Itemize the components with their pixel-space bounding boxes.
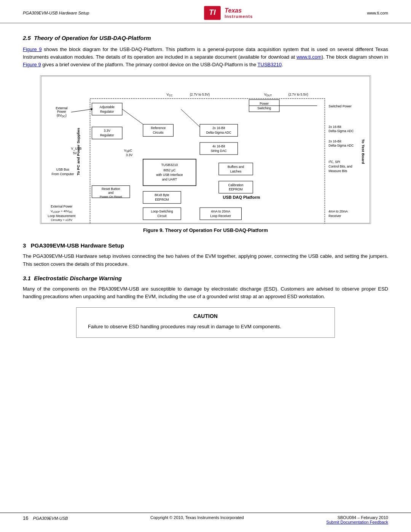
footer-doc-name: PGA309EVM-USB xyxy=(33,516,68,521)
footer-doc-id: SBOU084 – February 2010 xyxy=(326,515,388,520)
section-31-heading: 3.1 Electrostatic Discharge Warning xyxy=(23,275,388,281)
section-25-paragraph: Figure 9 shows the block diagram for the… xyxy=(23,46,388,69)
svg-text:5V: 5V xyxy=(73,151,77,155)
svg-text:Circuitry = ±15V: Circuitry = ±15V xyxy=(51,218,73,222)
svg-text:Reference: Reference xyxy=(151,126,166,130)
footer-center: Copyright © 2010, Texas Instruments Inco… xyxy=(150,515,244,520)
svg-text:(6VDC): (6VDC) xyxy=(57,114,67,118)
svg-text:Buffers and: Buffers and xyxy=(228,165,244,169)
svg-text:2x 16-Bit: 2x 16-Bit xyxy=(328,140,341,144)
section-31-text: Many of the components on the PBA309EVM-… xyxy=(23,286,388,299)
svg-text:Loop-Switching: Loop-Switching xyxy=(151,210,173,214)
svg-text:(2.7V to 5.5V): (2.7V to 5.5V) xyxy=(190,93,210,96)
svg-text:Regulator: Regulator xyxy=(100,110,114,113)
svg-text:USB Bus: USB Bus xyxy=(56,168,69,171)
ti-texas: Texas xyxy=(225,7,253,14)
svg-text:2x 16-Bit: 2x 16-Bit xyxy=(212,126,225,130)
svg-line-77 xyxy=(181,109,200,127)
svg-text:Regulator: Regulator xyxy=(100,134,114,137)
svg-text:Power: Power xyxy=(57,110,66,114)
svg-text:Latches: Latches xyxy=(230,169,242,173)
svg-text:4mA to 20mA: 4mA to 20mA xyxy=(328,210,348,214)
footer-copyright: Copyright © 2010, Texas Instruments Inco… xyxy=(150,515,244,520)
svg-text:and: and xyxy=(108,191,113,195)
ti-logo-icon: TI xyxy=(203,5,221,21)
svg-text:Loop Measurement: Loop Measurement xyxy=(48,214,76,218)
svg-text:Delta-Sigma ADC: Delta-Sigma ADC xyxy=(328,129,354,133)
header-left-text: PGA309EVM-USB Hardware Setup xyxy=(23,11,89,15)
svg-text:8052 µC: 8052 µC xyxy=(163,168,175,172)
block-diagram-svg: To PC and Power Supplies To Test Board E… xyxy=(40,75,371,224)
page-number: 16 xyxy=(23,515,28,521)
svg-rect-79 xyxy=(90,99,325,224)
svg-text:From Computer: From Computer xyxy=(51,172,74,176)
svg-text:VDUT: VDUT xyxy=(264,93,272,97)
svg-text:4mA to 20mA: 4mA to 20mA xyxy=(211,210,230,214)
svg-text:TI: TI xyxy=(209,8,216,16)
header: PGA309EVM-USB Hardware Setup TI Texas In… xyxy=(0,0,411,23)
main-content: 2.5 Theory of Operation for USB-DAQ-Plat… xyxy=(0,23,411,352)
svg-text:Power: Power xyxy=(260,102,269,105)
section-25-heading: 2.5 Theory of Operation for USB-DAQ-Plat… xyxy=(23,35,388,41)
footer: 16 PGA309EVM-USB Copyright © 2010, Texas… xyxy=(0,513,411,524)
caution-title-text: CAUTION xyxy=(193,313,218,319)
svg-text:with USB Interface: with USB Interface xyxy=(156,173,183,177)
svg-text:I2C, SPI: I2C, SPI xyxy=(328,160,340,164)
submit-feedback-link[interactable]: Submit Documentation Feedback xyxy=(326,520,388,524)
svg-text:8Kx8 Byte: 8Kx8 Byte xyxy=(155,193,169,197)
svg-text:EEPROM: EEPROM xyxy=(155,198,169,202)
svg-text:To Test Board: To Test Board xyxy=(361,139,365,164)
svg-text:VSµC: VSµC xyxy=(124,149,132,153)
ti-com-link[interactable]: www.ti.com xyxy=(296,54,322,60)
section-31-paragraph: Many of the components on the PBA309EVM-… xyxy=(23,285,388,300)
svg-text:External Power: External Power xyxy=(51,205,72,209)
svg-text:3.3V: 3.3V xyxy=(104,129,111,133)
svg-line-75 xyxy=(71,109,92,112)
section-3-number: 3 xyxy=(23,242,26,249)
svg-text:Control Bits, and: Control Bits, and xyxy=(328,165,352,168)
svg-text:Calibration: Calibration xyxy=(228,183,244,187)
page: PGA309EVM-USB Hardware Setup TI Texas In… xyxy=(0,0,411,532)
svg-text:Switching: Switching xyxy=(257,106,271,110)
header-doc-name: PGA309EVM-USB Hardware Setup xyxy=(23,11,89,15)
caution-title: CAUTION xyxy=(88,313,323,319)
figure-caption-text: Figure 9. Theory of Operation For USB-DA… xyxy=(143,227,268,233)
caution-body: Failure to observe ESD handling procedur… xyxy=(88,324,281,329)
ti-instruments: Instruments xyxy=(225,14,253,19)
footer-left: 16 PGA309EVM-USB xyxy=(23,515,68,521)
svg-text:4x 16-Bit: 4x 16-Bit xyxy=(212,144,225,148)
section-25-number: 2.5 xyxy=(23,35,31,41)
svg-text:Circuit: Circuit xyxy=(158,214,167,218)
section-31-number: 3.1 xyxy=(23,275,31,281)
svg-text:Loop Receiver: Loop Receiver xyxy=(210,214,231,218)
section-25-title: Theory of Operation for USB-DAQ-Platform xyxy=(34,35,151,41)
section-3-title: PGA309EVM-USB Hardware Setup xyxy=(31,242,124,249)
svg-text:VCC: VCC xyxy=(166,93,172,97)
svg-text:3.3V: 3.3V xyxy=(126,153,133,157)
svg-text:EEPROM: EEPROM xyxy=(229,188,243,192)
svg-text:Reset Button: Reset Button xyxy=(102,187,120,191)
svg-text:USB DAQ Platform: USB DAQ Platform xyxy=(223,195,260,200)
svg-text:Delta-Sigma ADC: Delta-Sigma ADC xyxy=(328,144,354,147)
svg-text:(2.7V to 5.5V): (2.7V to 5.5V) xyxy=(288,93,308,96)
svg-rect-2 xyxy=(41,76,370,223)
svg-text:External: External xyxy=(56,106,67,110)
svg-text:Delta-Sigma ADC: Delta-Sigma ADC xyxy=(206,131,231,135)
figure9-link-1[interactable]: Figure 9 xyxy=(23,46,42,52)
section-3-text: The PGA309EVM-USB Hardware setup involve… xyxy=(23,253,388,267)
footer-right: SBOU084 – February 2010 Submit Documenta… xyxy=(326,515,388,524)
svg-text:Receiver: Receiver xyxy=(328,214,341,218)
svg-text:Measure Bits: Measure Bits xyxy=(328,169,347,173)
svg-text:Circuits: Circuits xyxy=(153,131,164,135)
figure-9-container: To PC and Power Supplies To Test Board E… xyxy=(23,75,388,233)
svg-text:and UART: and UART xyxy=(162,177,177,181)
header-right-text: www.ti.com xyxy=(367,11,388,15)
ti-logo: TI Texas Instruments xyxy=(203,5,253,21)
svg-text:2x 16-Bit: 2x 16-Bit xyxy=(328,125,341,129)
svg-text:Switched Power: Switched Power xyxy=(328,104,352,108)
section-3-paragraph: The PGA309EVM-USB Hardware setup involve… xyxy=(23,252,388,268)
section-31-title: Electrostatic Discharge Warning xyxy=(34,275,122,281)
tusb3210-link[interactable]: TUSB3210 xyxy=(258,62,282,67)
figure9-link-2[interactable]: Figure 9 xyxy=(23,62,41,67)
svg-text:Power-On Reset: Power-On Reset xyxy=(100,195,122,199)
